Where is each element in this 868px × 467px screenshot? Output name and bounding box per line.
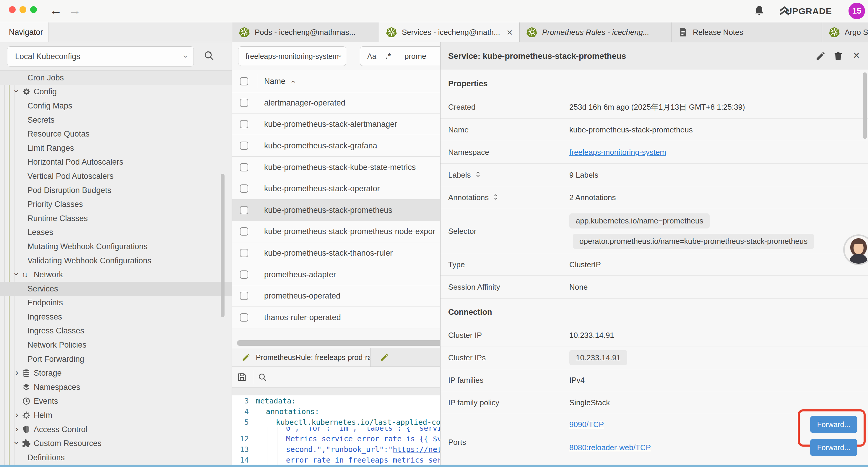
sidebar-item-storage[interactable]: ›Storage <box>0 366 231 380</box>
navigator-panel-tab[interactable]: Navigator <box>0 23 49 42</box>
kubeconfig-selected-value: Local Kubeconfigs <box>15 52 80 61</box>
detail-row-selector: Selectorapp.kubernetes.io/name=prometheu… <box>440 209 868 253</box>
tab-argo-se[interactable]: Argo Se <box>822 23 868 42</box>
sidebar-item-services[interactable]: Services <box>0 282 231 296</box>
sidebar-item-vertical-pod-autoscalers[interactable]: Vertical Pod Autoscalers <box>0 169 231 183</box>
gears-icon <box>22 87 31 96</box>
forward-button[interactable]: → <box>68 2 81 19</box>
select-all-checkbox[interactable] <box>240 77 248 85</box>
port-link[interactable]: 8080:reloader-web/TCP <box>569 443 651 452</box>
tab-prometheus-rules-icecheng[interactable]: Prometheus Rules - icecheng... <box>519 23 671 42</box>
detail-label: IP family policy <box>448 398 499 407</box>
zoom-window-button[interactable] <box>30 6 37 13</box>
row-checkbox[interactable] <box>240 184 248 193</box>
sidebar-item-cron-jobs[interactable]: Cron Jobs <box>0 71 231 85</box>
code-link[interactable]: https://net <box>393 445 442 454</box>
row-checkbox[interactable] <box>240 313 248 322</box>
back-button[interactable]: ← <box>50 2 62 19</box>
sidebar-item-runtime-classes[interactable]: Runtime Classes <box>0 211 231 226</box>
editor-search-icon[interactable] <box>258 372 267 382</box>
row-checkbox[interactable] <box>240 99 248 107</box>
upgrade-button[interactable]: UPGRADE <box>785 6 832 16</box>
chevron-right-icon[interactable]: › <box>13 424 21 434</box>
forward-button[interactable]: Forward... <box>810 439 857 456</box>
sidebar-scrollbar[interactable] <box>221 174 224 317</box>
sidebar-item-port-forwarding[interactable]: Port Forwarding <box>0 352 231 366</box>
horizontal-scrollbar-thumb[interactable] <box>237 340 473 346</box>
sidebar-item-limit-ranges[interactable]: Limit Ranges <box>0 141 231 155</box>
regex-icon[interactable]: .* <box>385 52 391 61</box>
sidebar-item-ingresses[interactable]: Ingresses <box>0 310 231 324</box>
sidebar-item-config[interactable]: ›Config <box>0 85 231 99</box>
sidebar-item-custom-resources[interactable]: ›Custom Resources <box>0 436 231 450</box>
sidebar-item-horizontal-pod-autoscalers[interactable]: Horizontal Pod Autoscalers <box>0 155 231 169</box>
sidebar-item-ingress-classes[interactable]: Ingress Classes <box>0 324 231 338</box>
sidebar-item-endpoints[interactable]: Endpoints <box>0 296 231 310</box>
row-checkbox[interactable] <box>240 142 248 150</box>
row-checkbox[interactable] <box>240 270 248 279</box>
sidebar-item-network-policies[interactable]: Network Policies <box>0 338 231 352</box>
sidebar-item-label: Mutating Webhook Configurations <box>28 242 148 251</box>
save-icon[interactable] <box>237 372 247 382</box>
row-checkbox[interactable] <box>240 163 248 171</box>
port-link[interactable]: 9090/TCP <box>569 420 604 429</box>
sidebar-item-helm[interactable]: ›Helm <box>0 408 231 422</box>
chevron-down-icon[interactable]: › <box>12 87 22 95</box>
row-checkbox[interactable] <box>240 206 248 214</box>
detail-label-wrap: IP family policy <box>448 398 499 407</box>
resource-name: kube-prometheus-stack-alertmanager <box>264 120 397 129</box>
sort-ascending-icon[interactable]: › <box>288 80 298 83</box>
chevron-right-icon[interactable]: › <box>13 368 21 378</box>
row-checkbox[interactable] <box>240 249 248 257</box>
sidebar-item-mutating-webhook-configurations[interactable]: Mutating Webhook Configurations <box>0 239 231 254</box>
sidebar-item-network[interactable]: ›↑↓Network <box>0 267 231 282</box>
window-bottom-edge <box>0 465 868 467</box>
sort-icon[interactable] <box>492 193 499 202</box>
sidebar-item-config-maps[interactable]: Config Maps <box>0 99 231 113</box>
sort-icon[interactable] <box>474 171 482 179</box>
tab-release-notes[interactable]: Release Notes <box>671 23 822 42</box>
namespace-filter-dropdown[interactable]: freeleaps-monitoring-system › <box>238 47 346 66</box>
forward-button[interactable]: Forward... <box>810 416 857 433</box>
sidebar-item-definitions[interactable]: Definitions <box>0 450 231 465</box>
indent-guide <box>277 428 277 465</box>
sidebar-item-resource-quotas[interactable]: Resource Quotas <box>0 127 231 141</box>
detail-label-wrap: Ports <box>448 438 466 447</box>
sidebar-item-pod-disruption-budgets[interactable]: Pod Disruption Budgets <box>0 183 231 198</box>
tab-pods-icecheng-mathmas[interactable]: Pods - icecheng@mathmas... <box>232 23 379 42</box>
tab-strip: Navigator Pods - icecheng@mathmas...Serv… <box>0 23 868 42</box>
row-checkbox[interactable] <box>240 227 248 236</box>
row-checkbox[interactable] <box>240 120 248 128</box>
notifications-badge[interactable]: 15 <box>848 3 865 19</box>
tab-services-icecheng-math[interactable]: Services - icecheng@math...× <box>379 23 519 42</box>
sidebar-item-namespaces[interactable]: Namespaces <box>0 380 231 394</box>
minimize-window-button[interactable] <box>20 6 26 13</box>
detail-row-ports: Ports9090/TCPForward...8080:reloader-web… <box>440 414 868 465</box>
sidebar-item-secrets[interactable]: Secrets <box>0 113 231 127</box>
sidebar-item-leases[interactable]: Leases <box>0 226 231 240</box>
detail-row-ip-families: IP familiesIPv4 <box>440 369 868 391</box>
sidebar-item-access-control[interactable]: ›Access Control <box>0 422 231 437</box>
sidebar-item-label: Config <box>34 87 57 96</box>
edit-icon[interactable] <box>815 51 826 61</box>
name-column-header[interactable]: Name <box>264 77 285 86</box>
sidebar-item-events[interactable]: Events <box>0 394 231 408</box>
sidebar-item-priority-classes[interactable]: Priority Classes <box>0 197 231 211</box>
sidebar-search-icon[interactable] <box>203 50 215 62</box>
row-checkbox[interactable] <box>240 292 248 300</box>
chevron-down-icon[interactable]: › <box>12 270 22 278</box>
editor-tab-prometheusrule[interactable]: PrometheusRule: freeleaps-prod-rabbitmq <box>232 348 370 367</box>
close-icon[interactable]: × <box>853 49 860 61</box>
delete-icon[interactable] <box>833 51 843 61</box>
chevron-down-icon[interactable]: › <box>12 439 22 447</box>
close-window-button[interactable] <box>9 6 16 13</box>
close-tab-icon[interactable]: × <box>501 27 519 38</box>
chevron-right-icon[interactable]: › <box>13 410 21 420</box>
namespace-link[interactable]: freeleaps-monitoring-system <box>569 148 666 157</box>
value-chip: app.kubernetes.io/name=prometheus <box>569 213 710 229</box>
match-case-icon[interactable]: Aa <box>367 52 376 61</box>
notifications-bell-icon[interactable] <box>753 5 765 18</box>
details-scrollbar[interactable] <box>863 72 867 139</box>
sidebar-item-validating-webhook-configurations[interactable]: Validating Webhook Configurations <box>0 254 231 268</box>
kubeconfig-selector[interactable]: Local Kubeconfigs › <box>7 47 194 66</box>
